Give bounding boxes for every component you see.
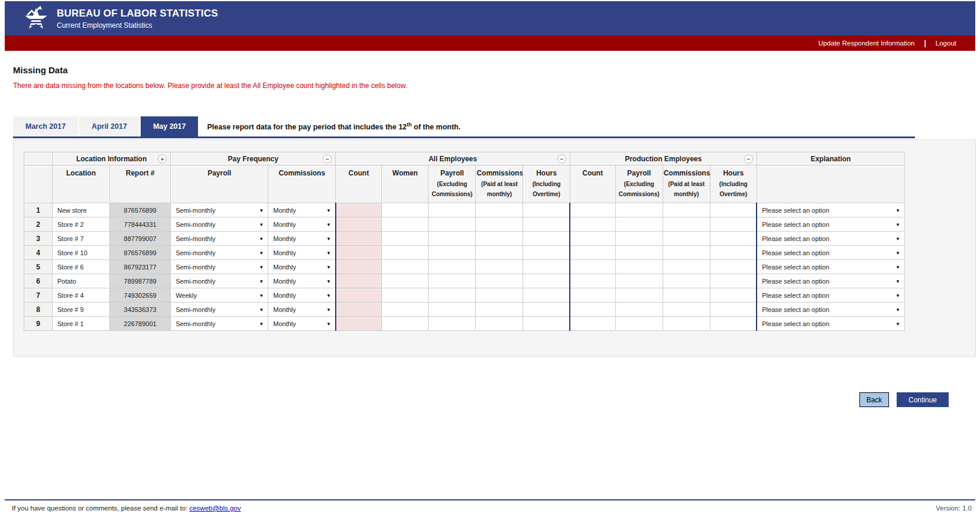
- production-commissions-input[interactable]: [663, 274, 710, 288]
- explanation-select[interactable]: Please select an option▼: [757, 246, 904, 260]
- all-employees-commissions-input[interactable]: [476, 260, 523, 274]
- production-hours-input[interactable]: [710, 274, 757, 288]
- commissions-frequency-select[interactable]: Monthly▼: [268, 260, 336, 274]
- all-employees-commissions-input[interactable]: [476, 203, 523, 217]
- payroll-frequency-select[interactable]: Semi-monthly▼: [171, 260, 268, 274]
- explanation-select[interactable]: Please select an option▼: [757, 232, 904, 246]
- production-commissions-input[interactable]: [663, 232, 710, 246]
- production-hours-input[interactable]: [710, 303, 757, 317]
- production-count-input[interactable]: [570, 246, 615, 260]
- all-employees-count-input[interactable]: [336, 317, 382, 331]
- production-count-input[interactable]: [570, 232, 615, 246]
- tab-may-2017[interactable]: May 2017: [141, 116, 199, 136]
- all-employees-commissions-input[interactable]: [476, 288, 523, 303]
- production-count-input[interactable]: [570, 217, 615, 232]
- production-count-input[interactable]: [570, 203, 615, 217]
- all-employees-count-input[interactable]: [336, 274, 382, 288]
- all-employees-payroll-input[interactable]: [429, 203, 476, 217]
- all-employees-hours-input[interactable]: [523, 246, 570, 260]
- production-commissions-input[interactable]: [663, 303, 710, 317]
- explanation-select[interactable]: Please select an option▼: [757, 288, 904, 303]
- all-employees-payroll-input[interactable]: [429, 274, 476, 288]
- all-employees-payroll-input[interactable]: [429, 303, 476, 317]
- payroll-frequency-select[interactable]: Semi-monthly▼: [171, 246, 268, 260]
- production-payroll-input[interactable]: [615, 217, 663, 232]
- production-payroll-input[interactable]: [615, 260, 663, 274]
- production-commissions-input[interactable]: [663, 217, 710, 232]
- payroll-frequency-select[interactable]: Semi-monthly▼: [171, 217, 268, 232]
- explanation-select[interactable]: Please select an option▼: [757, 303, 904, 317]
- all-employees-women-input[interactable]: [382, 203, 429, 217]
- production-hours-input[interactable]: [710, 246, 757, 260]
- all-employees-commissions-input[interactable]: [476, 246, 523, 260]
- production-payroll-input[interactable]: [615, 317, 663, 331]
- production-hours-input[interactable]: [710, 317, 757, 331]
- all-employees-payroll-input[interactable]: [429, 217, 476, 232]
- all-employees-count-input[interactable]: [336, 288, 382, 303]
- all-employees-count-input[interactable]: [336, 260, 382, 274]
- all-employees-women-input[interactable]: [382, 288, 429, 303]
- logout-link[interactable]: Logout: [936, 40, 956, 47]
- production-hours-input[interactable]: [710, 217, 757, 232]
- production-payroll-input[interactable]: [615, 303, 663, 317]
- tab-april-2017[interactable]: April 2017: [79, 116, 139, 136]
- production-count-input[interactable]: [570, 288, 615, 303]
- production-count-input[interactable]: [570, 260, 615, 274]
- commissions-frequency-select[interactable]: Monthly▼: [268, 317, 336, 331]
- production-count-input[interactable]: [570, 317, 615, 331]
- all-employees-commissions-input[interactable]: [476, 217, 523, 232]
- contact-email-link[interactable]: cesweb@bls.gov: [189, 505, 241, 512]
- explanation-select[interactable]: Please select an option▼: [757, 217, 904, 232]
- all-employees-payroll-input[interactable]: [429, 317, 476, 331]
- update-respondent-link[interactable]: Update Respondent Information: [818, 40, 914, 47]
- commissions-frequency-select[interactable]: Monthly▼: [268, 288, 336, 303]
- payroll-frequency-select[interactable]: Semi-monthly▼: [171, 203, 268, 217]
- all-employees-commissions-input[interactable]: [476, 317, 523, 331]
- production-payroll-input[interactable]: [615, 203, 663, 217]
- collapse-icon[interactable]: −: [323, 154, 332, 163]
- expand-icon[interactable]: +: [158, 154, 167, 163]
- all-employees-payroll-input[interactable]: [429, 246, 476, 260]
- production-commissions-input[interactable]: [663, 260, 710, 274]
- production-payroll-input[interactable]: [615, 232, 663, 246]
- payroll-frequency-select[interactable]: Semi-monthly▼: [171, 232, 268, 246]
- all-employees-payroll-input[interactable]: [429, 288, 476, 303]
- production-commissions-input[interactable]: [663, 203, 710, 217]
- all-employees-count-input[interactable]: [336, 217, 382, 232]
- back-button[interactable]: Back: [859, 392, 889, 407]
- production-count-input[interactable]: [570, 303, 615, 317]
- all-employees-hours-input[interactable]: [523, 303, 570, 317]
- all-employees-count-input[interactable]: [336, 303, 382, 317]
- payroll-frequency-select[interactable]: Semi-monthly▼: [171, 317, 268, 331]
- production-hours-input[interactable]: [710, 203, 757, 217]
- all-employees-commissions-input[interactable]: [476, 232, 523, 246]
- commissions-frequency-select[interactable]: Monthly▼: [268, 303, 336, 317]
- commissions-frequency-select[interactable]: Monthly▼: [268, 274, 336, 288]
- all-employees-hours-input[interactable]: [523, 260, 570, 274]
- all-employees-women-input[interactable]: [382, 217, 429, 232]
- payroll-frequency-select[interactable]: Weekly▼: [171, 288, 268, 303]
- payroll-frequency-select[interactable]: Semi-monthly▼: [171, 274, 268, 288]
- all-employees-payroll-input[interactable]: [429, 232, 476, 246]
- all-employees-hours-input[interactable]: [523, 203, 570, 217]
- all-employees-hours-input[interactable]: [523, 317, 570, 331]
- continue-button[interactable]: Continue: [897, 392, 949, 407]
- production-commissions-input[interactable]: [663, 288, 710, 303]
- payroll-frequency-select[interactable]: Semi-monthly▼: [171, 303, 268, 317]
- all-employees-women-input[interactable]: [382, 317, 429, 331]
- commissions-frequency-select[interactable]: Monthly▼: [268, 217, 336, 232]
- all-employees-women-input[interactable]: [382, 274, 429, 288]
- production-commissions-input[interactable]: [663, 246, 710, 260]
- commissions-frequency-select[interactable]: Monthly▼: [268, 232, 336, 246]
- all-employees-women-input[interactable]: [382, 232, 429, 246]
- commissions-frequency-select[interactable]: Monthly▼: [268, 246, 336, 260]
- commissions-frequency-select[interactable]: Monthly▼: [268, 203, 336, 217]
- explanation-select[interactable]: Please select an option▼: [757, 260, 904, 274]
- collapse-icon[interactable]: −: [557, 154, 566, 163]
- all-employees-hours-input[interactable]: [523, 232, 570, 246]
- explanation-select[interactable]: Please select an option▼: [757, 203, 904, 217]
- all-employees-women-input[interactable]: [382, 260, 429, 274]
- all-employees-count-input[interactable]: [336, 203, 382, 217]
- all-employees-women-input[interactable]: [382, 303, 429, 317]
- tab-march-2017[interactable]: March 2017: [13, 116, 78, 136]
